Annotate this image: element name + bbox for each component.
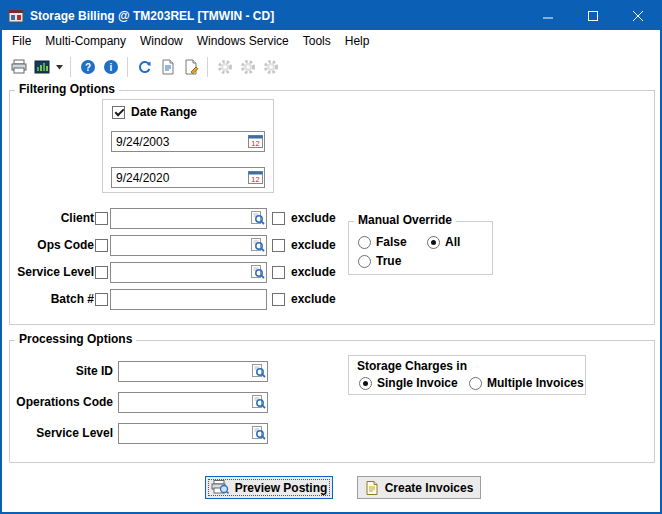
date-from-input[interactable] [111,131,265,152]
exclude-label: exclude [291,262,336,283]
processing-row-label: Operations Code [10,392,113,413]
gear-button[interactable] [213,55,236,79]
ops-code-input[interactable] [110,235,267,256]
svg-text:i: i [109,62,112,73]
multiple-invoices-option[interactable]: Multiple Invoices [469,376,584,390]
service-level-exclude-checkbox[interactable] [272,266,285,279]
client-checkbox[interactable] [95,212,108,225]
operations-code-field [118,392,268,413]
filtering-options-group: Filtering Options Date Range 12 12 Clien… [9,90,655,325]
exclude-label: exclude [291,208,336,229]
close-button[interactable] [615,2,660,30]
menu-multi-company[interactable]: Multi-Company [38,31,133,51]
radio-label: False [376,235,407,249]
processing-row-operations-code: Operations Code [10,392,654,413]
lookup-icon [250,211,265,225]
service-level-input[interactable] [110,262,267,283]
ops-code-lookup-button[interactable] [250,238,265,252]
site-id-lookup-button[interactable] [251,364,266,378]
dropdown-arrow-icon [56,65,63,70]
service-level-checkbox[interactable] [95,266,108,279]
toolbar-separator [127,57,128,77]
client-exclude-checkbox[interactable] [272,212,285,225]
lookup-icon [251,364,266,378]
batch-checkbox[interactable] [95,293,108,306]
window-controls [525,2,660,30]
gear-button[interactable] [259,55,282,79]
titlebar[interactable]: Storage Billing @ TM203REL [TMWIN - CD] [2,2,660,30]
maximize-button[interactable] [570,2,615,30]
date-to-calendar-button[interactable]: 12 [248,170,263,184]
report-button[interactable] [30,55,53,79]
date-range-group: Date Range 12 12 [102,99,274,193]
batch-input[interactable] [110,289,267,310]
date-to-input[interactable] [111,167,265,188]
gear-button[interactable] [236,55,259,79]
manual-override-true-option[interactable]: True [358,254,401,268]
info-icon: i [103,59,119,75]
site-id-input[interactable] [118,361,268,382]
create-invoices-button[interactable]: Create Invoices [357,476,481,499]
batch-exclude-checkbox[interactable] [272,293,285,306]
edit-document-icon [183,59,199,75]
refresh-button[interactable] [133,55,156,79]
processing-options-title: Processing Options [15,332,136,346]
lookup-icon [250,238,265,252]
ops-code-exclude-checkbox[interactable] [272,239,285,252]
processing-service-level-input[interactable] [118,423,268,444]
help-button[interactable]: ? [76,55,99,79]
radio-label: True [376,254,401,268]
processing-options-group: Processing Options Site ID Operations Co… [9,340,655,463]
create-invoices-label: Create Invoices [385,481,474,495]
document-button[interactable] [156,55,179,79]
manual-override-false-option[interactable]: False [358,235,407,249]
storage-charges-title: Storage Charges in [357,359,467,373]
edit-document-button[interactable] [179,55,202,79]
manual-override-group: Manual Override False All True [348,221,493,275]
client-input[interactable] [110,208,267,229]
date-range-label: Date Range [131,105,197,119]
menu-window[interactable]: Window [133,31,190,51]
client-lookup-button[interactable] [250,211,265,225]
ops-code-field [110,235,267,256]
svg-text:?: ? [84,62,90,73]
gear-icon [217,59,233,75]
service-level-lookup-button[interactable] [250,265,265,279]
menu-tools[interactable]: Tools [296,31,338,51]
menu-file[interactable]: File [5,31,38,51]
calendar-icon: 12 [248,134,263,148]
close-icon [633,11,643,21]
processing-service-level-lookup-button[interactable] [251,426,266,440]
operations-code-lookup-button[interactable] [251,395,266,409]
report-dropdown-button[interactable] [53,55,65,79]
menu-windows-service[interactable]: Windows Service [190,31,296,51]
info-button[interactable]: i [99,55,122,79]
processing-row-service-level: Service Level [10,423,654,444]
print-button[interactable] [7,55,30,79]
radio-icon [469,377,482,390]
document-icon [160,59,176,75]
lookup-icon [250,265,265,279]
date-range-checkbox[interactable] [112,106,125,119]
manual-override-all-option[interactable]: All [427,235,460,249]
processing-row-label: Service Level [10,423,113,444]
date-from-calendar-button[interactable]: 12 [248,134,263,148]
service-level-field [110,262,267,283]
site-id-field [118,361,268,382]
radio-icon [358,236,371,249]
operations-code-input[interactable] [118,392,268,413]
date-from-field: 12 [111,131,265,152]
single-invoice-option[interactable]: Single Invoice [359,376,458,390]
ops-code-checkbox[interactable] [95,239,108,252]
filter-row-service-level: Service Level exclude [10,262,654,283]
lookup-icon [251,426,266,440]
radio-icon [427,236,440,249]
menu-help[interactable]: Help [338,31,377,51]
radio-icon [359,377,372,390]
filter-row-batch: Batch # exclude [10,289,654,310]
preview-posting-button[interactable]: Preview Posting [205,476,333,499]
minimize-button[interactable] [525,2,570,30]
radio-label: All [445,235,460,249]
minimize-icon [543,11,553,21]
radio-label: Multiple Invoices [487,376,584,390]
